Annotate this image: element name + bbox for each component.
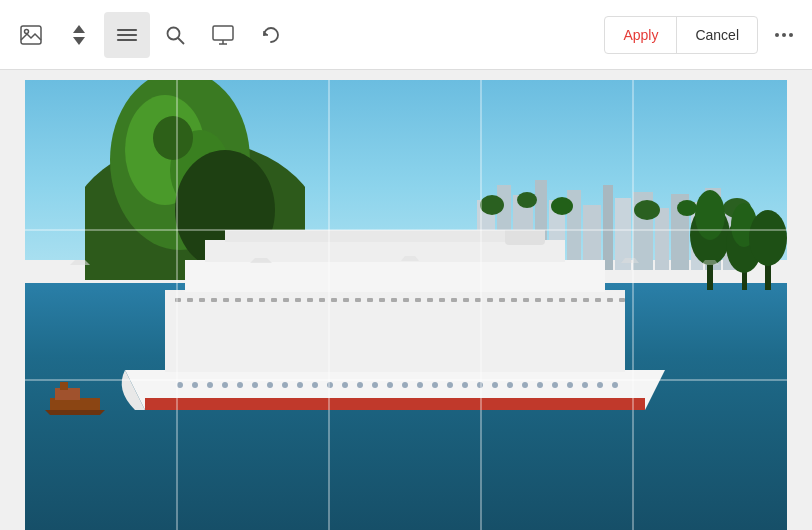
refresh-button[interactable] — [248, 12, 294, 58]
svg-rect-59 — [223, 298, 229, 302]
svg-point-104 — [342, 382, 348, 388]
tugboat — [45, 380, 105, 415]
svg-rect-77 — [439, 298, 445, 302]
svg-rect-9 — [213, 26, 233, 40]
svg-point-109 — [417, 382, 423, 388]
svg-point-111 — [447, 382, 453, 388]
image-editor — [25, 80, 787, 530]
svg-point-121 — [597, 382, 603, 388]
display-button[interactable] — [200, 12, 246, 58]
svg-rect-56 — [187, 298, 193, 302]
svg-point-122 — [612, 382, 618, 388]
svg-point-97 — [237, 382, 243, 388]
svg-point-102 — [312, 382, 318, 388]
apply-cancel-group: Apply Cancel — [604, 16, 758, 54]
svg-rect-78 — [451, 298, 457, 302]
svg-rect-51 — [165, 290, 625, 372]
svg-rect-69 — [343, 298, 349, 302]
svg-point-105 — [357, 382, 363, 388]
svg-rect-0 — [21, 26, 41, 44]
svg-rect-64 — [283, 298, 289, 302]
svg-rect-60 — [235, 298, 241, 302]
svg-point-7 — [168, 27, 180, 39]
svg-point-99 — [267, 382, 273, 388]
svg-point-113 — [477, 382, 483, 388]
svg-rect-83 — [511, 298, 517, 302]
svg-rect-85 — [535, 298, 541, 302]
svg-point-108 — [402, 382, 408, 388]
svg-rect-91 — [607, 298, 613, 302]
svg-rect-89 — [583, 298, 589, 302]
svg-rect-76 — [427, 298, 433, 302]
svg-point-20 — [153, 116, 193, 160]
svg-rect-58 — [211, 298, 217, 302]
menu-lines-button[interactable] — [104, 12, 150, 58]
svg-rect-80 — [475, 298, 481, 302]
svg-point-118 — [552, 382, 558, 388]
svg-point-39 — [634, 200, 660, 220]
svg-rect-82 — [499, 298, 505, 302]
svg-rect-61 — [247, 298, 253, 302]
svg-rect-68 — [331, 298, 337, 302]
svg-rect-86 — [547, 298, 553, 302]
svg-point-13 — [782, 33, 786, 37]
svg-rect-62 — [259, 298, 265, 302]
svg-rect-63 — [271, 298, 277, 302]
svg-point-96 — [222, 382, 228, 388]
svg-rect-71 — [367, 298, 373, 302]
svg-rect-75 — [415, 298, 421, 302]
svg-point-95 — [207, 382, 213, 388]
svg-marker-2 — [73, 25, 85, 33]
svg-rect-50 — [145, 398, 645, 410]
svg-point-37 — [517, 192, 537, 208]
svg-point-12 — [775, 33, 779, 37]
svg-point-106 — [372, 382, 378, 388]
svg-point-36 — [480, 195, 504, 215]
svg-line-8 — [178, 38, 184, 44]
image-button[interactable] — [8, 12, 54, 58]
svg-rect-90 — [595, 298, 601, 302]
svg-point-115 — [507, 382, 513, 388]
svg-rect-66 — [307, 298, 313, 302]
svg-point-114 — [492, 382, 498, 388]
svg-point-94 — [192, 382, 198, 388]
svg-point-93 — [177, 382, 183, 388]
svg-point-101 — [297, 382, 303, 388]
svg-rect-55 — [175, 298, 181, 302]
svg-rect-72 — [379, 298, 385, 302]
svg-point-117 — [537, 382, 543, 388]
svg-rect-67 — [319, 298, 325, 302]
cancel-button[interactable]: Cancel — [677, 17, 757, 53]
svg-rect-88 — [571, 298, 577, 302]
svg-rect-127 — [60, 382, 68, 390]
svg-point-100 — [282, 382, 288, 388]
svg-rect-73 — [391, 298, 397, 302]
more-options-button[interactable] — [764, 15, 804, 55]
svg-point-112 — [462, 382, 468, 388]
svg-rect-87 — [559, 298, 565, 302]
svg-rect-92 — [619, 298, 625, 302]
svg-rect-74 — [403, 298, 409, 302]
search-button[interactable] — [152, 12, 198, 58]
svg-point-103 — [327, 382, 333, 388]
svg-point-38 — [551, 197, 573, 215]
svg-point-98 — [252, 382, 258, 388]
svg-point-116 — [522, 382, 528, 388]
svg-rect-84 — [523, 298, 529, 302]
updown-button[interactable] — [56, 12, 102, 58]
svg-point-120 — [582, 382, 588, 388]
svg-point-14 — [789, 33, 793, 37]
svg-rect-65 — [295, 298, 301, 302]
svg-point-110 — [432, 382, 438, 388]
svg-rect-81 — [487, 298, 493, 302]
svg-rect-70 — [355, 298, 361, 302]
svg-rect-57 — [199, 298, 205, 302]
apply-button[interactable]: Apply — [605, 17, 677, 53]
svg-point-107 — [387, 382, 393, 388]
svg-rect-79 — [463, 298, 469, 302]
toolbar: Apply Cancel — [0, 0, 812, 70]
svg-point-44 — [695, 190, 725, 240]
svg-marker-3 — [73, 37, 85, 45]
svg-point-119 — [567, 382, 573, 388]
svg-point-1 — [25, 29, 29, 33]
